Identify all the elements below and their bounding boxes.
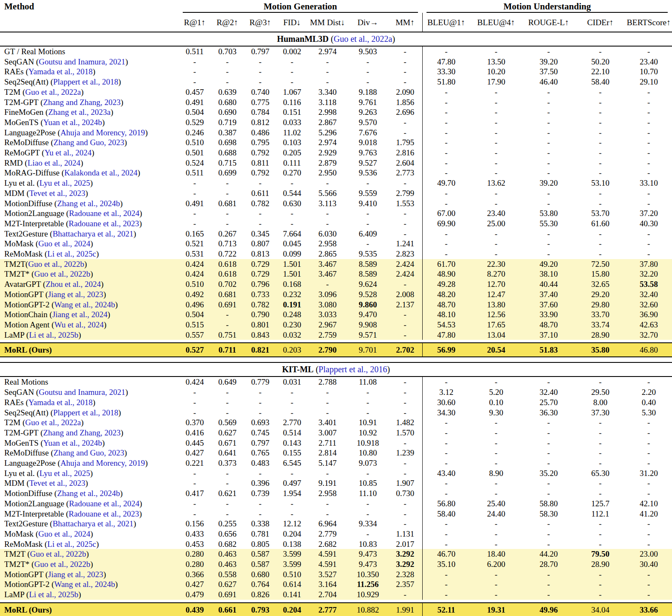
value-cell: 10.83 [348, 539, 388, 549]
citation-link[interactable]: Liao et al., 2024 [27, 158, 80, 167]
value-cell: 0.033 [277, 117, 307, 128]
citation-link[interactable]: Jiang et al., 2024 [52, 310, 107, 319]
value-cell: - [470, 239, 522, 249]
citation-link[interactable]: Zhang and Guo, 2023 [53, 448, 124, 457]
citation-link[interactable]: Lyu et al., 2025 [39, 469, 90, 478]
value-cell: 0.504 [178, 309, 211, 320]
citation-link[interactable]: Zhang and Guo, 2023 [53, 138, 124, 147]
citation-link[interactable]: Bhattacharya et al., 2021 [53, 519, 133, 528]
method-name: MotionGPT [4, 570, 44, 579]
value-cell: - [575, 478, 625, 488]
citation-link[interactable]: Guo et al., 2024 [38, 239, 91, 248]
value-cell: 2.929 [307, 148, 348, 158]
value-cell: - [422, 478, 470, 488]
citation-link[interactable]: Plappert et al., 2018 [53, 408, 119, 417]
citation-link[interactable]: Zhang et al., 2024b [57, 489, 120, 498]
citation-link[interactable]: Goutsu and Inamura, 2021 [39, 57, 126, 66]
value-cell: 9.763 [348, 148, 388, 158]
citation-link[interactable]: Zhou et al., 2024 [46, 280, 101, 289]
table-row: MotionGPT (Jiang et al., 2023)0.4920.681… [0, 289, 672, 300]
value-cell: 0.156 [178, 519, 211, 529]
value-cell: 2.773 [388, 168, 422, 178]
value-cell: 31.20 [625, 468, 672, 479]
method-cell: Lyu et al. (Lyu et al., 2025) [0, 468, 178, 479]
citation-link[interactable]: Wu et al., 2024 [54, 320, 104, 329]
value-cell: 28.90 [575, 559, 625, 569]
citation-link[interactable]: Plappert et al., 2018 [53, 77, 119, 86]
citation-link[interactable]: Jiang et al., 2023 [48, 290, 103, 299]
value-cell: 1.501 [277, 269, 307, 279]
citation-link[interactable]: Lyu et al., 2025 [39, 178, 90, 187]
citation-link[interactable]: Yuan et al., 2024b [43, 438, 102, 447]
citation-link[interactable]: Li et al., 2025c [47, 249, 96, 258]
citation-link[interactable]: Radouane et al., 2024 [69, 209, 139, 218]
method-name: GT / Real Motions [4, 47, 65, 56]
citation-link[interactable]: Ahuja and Morency, 2019 [60, 128, 145, 137]
citation-link[interactable]: Guo et al., 2022b [28, 260, 84, 269]
value-cell: 0.680 [244, 569, 277, 580]
col-header-r-at-3: R@3↑ [244, 13, 277, 32]
citation-link[interactable]: Yamada et al., 2018 [28, 398, 93, 407]
citation-link[interactable]: Zhang and Zhang, 2023 [43, 428, 121, 437]
method-cell: Text2Gesture (Bhattacharya et al., 2021) [0, 229, 178, 239]
citation-link[interactable]: Yuan et al., 2024b [43, 118, 102, 127]
citation-link[interactable]: Guo et al., 2022a [25, 88, 81, 96]
citation-link[interactable]: Guo et al., 2022b [30, 549, 86, 558]
value-cell: - [470, 249, 522, 259]
citation-link[interactable]: Li et al., 2025c [47, 540, 96, 549]
value-cell: - [575, 188, 625, 199]
citation-link[interactable]: Guo et al., 2022a [333, 34, 392, 44]
citation-link[interactable]: Radouane et al., 2023 [69, 509, 139, 518]
citation-link[interactable]: Guo et al., 2022b [34, 560, 90, 569]
citation-link[interactable]: Jiang et al., 2023 [48, 570, 103, 579]
citation-link[interactable]: Tevet et al., 2023 [29, 189, 85, 198]
value-cell: 0.614 [277, 579, 307, 590]
method-cell: Language2Pose (Ahuja and Morency, 2019) [0, 458, 178, 468]
citation-link[interactable]: Wang et al., 2024b [54, 300, 115, 309]
citation-link[interactable]: Radouane et al., 2023 [69, 219, 139, 228]
value-cell: 58.40 [575, 77, 625, 87]
value-cell: 0.205 [277, 148, 307, 158]
citation-link[interactable]: Tevet et al., 2023 [29, 479, 85, 488]
citation-link[interactable]: Yu et al., 2024 [44, 148, 91, 157]
citation-link[interactable]: Goutsu and Inamura, 2021 [39, 388, 126, 397]
citation-link[interactable]: Wang et al., 2024b [54, 580, 115, 589]
value-cell: 0.267 [211, 229, 244, 239]
table-row: T2M (Guo et al., 2022a)0.4570.6390.7401.… [0, 87, 672, 97]
value-cell: 30.60 [422, 397, 470, 408]
method-name: TM2T [4, 549, 25, 558]
value-cell: - [575, 128, 625, 138]
method-cell: MotionGPT (Jiang et al., 2023) [0, 569, 178, 580]
value-cell: - [575, 168, 625, 178]
citation-link[interactable]: Radouane et al., 2024 [69, 499, 139, 508]
table-row: Motion2Language (Radouane et al., 2024)-… [0, 208, 672, 219]
value-cell: 48.20 [422, 289, 470, 300]
value-cell: - [625, 448, 672, 458]
citation-link[interactable]: Ahuja and Morency, 2019 [60, 458, 145, 467]
value-cell: - [522, 539, 575, 549]
citation-link[interactable]: Guo et al., 2024 [38, 529, 91, 538]
value-cell: 2.816 [388, 148, 422, 158]
value-cell: 58.30 [522, 509, 575, 519]
value-cell: - [422, 148, 470, 158]
value-cell: 0.439 [178, 603, 211, 616]
citation-link[interactable]: Zhang et al., 2024b [57, 199, 120, 208]
value-cell: - [277, 57, 307, 67]
citation-link[interactable]: Zhang and Zhang, 2023 [43, 98, 121, 107]
citation-link[interactable]: Guo et al., 2022b [34, 269, 90, 278]
value-cell: 9.908 [348, 320, 388, 330]
value-cell: 0.510 [277, 569, 307, 580]
value-cell: 2.788 [307, 377, 348, 387]
citation-link[interactable]: Bhattacharya et al., 2021 [53, 229, 133, 238]
citation-link[interactable]: Guo et al., 2022a [25, 418, 81, 427]
value-cell: - [625, 137, 672, 148]
citation-link[interactable]: Kalakonda et al., 2024 [64, 168, 137, 177]
citation-link[interactable]: Li et al., 2025b [29, 590, 79, 599]
citation-link[interactable]: Zhang et al., 2023a [48, 108, 111, 117]
citation-link[interactable]: Yamada et al., 2018 [28, 67, 93, 76]
method-column-header: Method [0, 0, 178, 13]
citation-link[interactable]: Li et al., 2025b [29, 330, 79, 339]
value-cell: - [244, 499, 277, 509]
citation-link[interactable]: Plappert et al., 2016 [318, 365, 387, 374]
value-cell: 33.70 [575, 309, 625, 320]
